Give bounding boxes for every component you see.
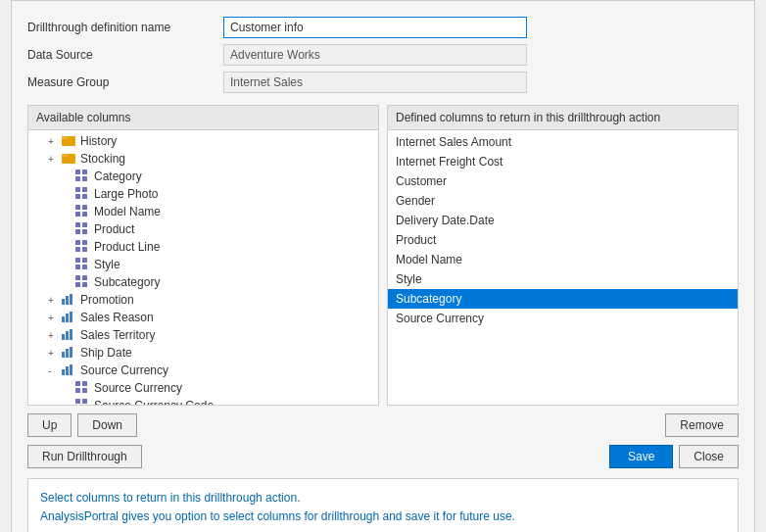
chart-icon-sourcecurrency bbox=[62, 363, 77, 377]
expand-shipdate[interactable]: + bbox=[48, 348, 62, 359]
svg-rect-25 bbox=[82, 258, 87, 263]
info-line1: Select columns to return in this drillth… bbox=[40, 489, 726, 508]
list-item-customer[interactable]: Customer bbox=[388, 171, 738, 191]
svg-rect-32 bbox=[62, 299, 65, 305]
defined-columns-list[interactable]: Internet Sales Amount Internet Freight C… bbox=[388, 130, 738, 405]
svg-rect-39 bbox=[66, 331, 69, 340]
expand-product bbox=[62, 224, 75, 235]
svg-rect-27 bbox=[82, 265, 87, 269]
expand-largephoto bbox=[62, 189, 75, 200]
svg-rect-14 bbox=[75, 212, 80, 217]
svg-rect-5 bbox=[82, 169, 87, 174]
close-button[interactable]: Close bbox=[679, 445, 739, 468]
expand-history[interactable]: + bbox=[48, 136, 62, 147]
svg-rect-6 bbox=[75, 176, 80, 181]
svg-rect-15 bbox=[82, 212, 87, 217]
expand-stocking[interactable]: + bbox=[48, 154, 62, 165]
svg-rect-26 bbox=[75, 265, 80, 269]
tree-label-salesterritory: Sales Territory bbox=[80, 328, 155, 342]
expand-category bbox=[62, 171, 75, 182]
tree-item-sourcecurrency-child[interactable]: Source Currency bbox=[28, 379, 378, 397]
tree-item-promotion[interactable]: + Promotion bbox=[28, 291, 378, 309]
tree-item-stocking[interactable]: + Stocking bbox=[28, 150, 378, 168]
tree-item-category[interactable]: Category bbox=[28, 168, 378, 185]
svg-rect-18 bbox=[75, 229, 80, 234]
folder-icon-stocking bbox=[62, 152, 77, 166]
expand-subcategory bbox=[62, 277, 75, 288]
chart-icon-shipdate bbox=[62, 346, 77, 360]
tree-item-shipdate[interactable]: + Ship Date bbox=[28, 344, 378, 362]
list-item-sourcecurrency[interactable]: Source Currency bbox=[388, 309, 738, 328]
svg-rect-33 bbox=[66, 296, 69, 305]
list-item-internetfreightcost[interactable]: Internet Freight Cost bbox=[388, 152, 738, 171]
svg-rect-19 bbox=[82, 229, 87, 234]
svg-rect-51 bbox=[75, 399, 80, 404]
tree-item-sourcecurrency-parent[interactable]: - Source Currency bbox=[28, 362, 378, 379]
svg-rect-38 bbox=[62, 334, 65, 340]
svg-rect-12 bbox=[75, 205, 80, 210]
name-input[interactable] bbox=[223, 17, 527, 38]
grid-icon-style bbox=[75, 258, 91, 271]
action-buttons: Remove bbox=[665, 413, 739, 437]
tree-label-modelname: Model Name bbox=[94, 205, 161, 218]
tree-item-salesreason[interactable]: + Sales Reason bbox=[28, 309, 378, 326]
svg-rect-37 bbox=[70, 312, 72, 322]
tree-item-salesterritory[interactable]: + Sales Territory bbox=[28, 326, 378, 344]
svg-rect-11 bbox=[82, 194, 87, 199]
svg-rect-13 bbox=[82, 205, 87, 210]
tree-item-subcategory[interactable]: Subcategory bbox=[28, 273, 378, 291]
tree-item-productline[interactable]: Product Line bbox=[28, 238, 378, 256]
tree-label-sourcecurrency-child: Source Currency bbox=[94, 381, 182, 395]
svg-rect-30 bbox=[75, 282, 80, 287]
tree-label-shipdate: Ship Date bbox=[80, 346, 132, 360]
down-button[interactable]: Down bbox=[77, 413, 137, 437]
svg-rect-29 bbox=[82, 275, 87, 280]
expand-salesreason[interactable]: + bbox=[48, 313, 62, 323]
list-item-modelname[interactable]: Model Name bbox=[388, 250, 738, 269]
tree-item-style[interactable]: Style bbox=[28, 256, 378, 273]
tree-label-history: History bbox=[80, 134, 117, 148]
svg-rect-42 bbox=[66, 349, 69, 358]
svg-rect-20 bbox=[75, 240, 80, 245]
list-item-internetsalesamount[interactable]: Internet Sales Amount bbox=[388, 132, 738, 152]
expand-sourcecurrency[interactable]: - bbox=[48, 365, 62, 376]
save-button[interactable]: Save bbox=[609, 445, 673, 468]
svg-rect-40 bbox=[70, 329, 72, 340]
tree-item-largephoto[interactable]: Large Photo bbox=[28, 185, 378, 203]
grid-icon-product bbox=[75, 222, 91, 236]
available-columns-panel: Available columns + History + Stocki bbox=[27, 105, 379, 406]
datasource-row: Data Source Adventure Works bbox=[27, 44, 739, 66]
list-item-style[interactable]: Style bbox=[388, 269, 738, 289]
tree-item-product[interactable]: Product bbox=[28, 220, 378, 238]
svg-rect-9 bbox=[82, 187, 87, 192]
svg-rect-17 bbox=[82, 222, 87, 227]
tree-item-modelname[interactable]: Model Name bbox=[28, 203, 378, 220]
grid-icon-largephoto bbox=[75, 187, 91, 201]
expand-salesterritory[interactable]: + bbox=[48, 330, 62, 341]
chart-icon-salesreason bbox=[62, 311, 77, 324]
expand-promotion[interactable]: + bbox=[48, 295, 62, 306]
list-item-product[interactable]: Product bbox=[388, 230, 738, 250]
expand-sourcecurrency-child bbox=[62, 383, 75, 394]
tree-label-stocking: Stocking bbox=[80, 152, 125, 166]
columns-section: Available columns + History + Stocki bbox=[27, 105, 739, 406]
run-drillthrough-button[interactable]: Run Drillthrough bbox=[27, 445, 142, 468]
info-line2: AnalysisPortral gives you option to sele… bbox=[40, 508, 726, 526]
list-item-subcategory[interactable]: Subcategory bbox=[388, 289, 738, 309]
list-item-deliverydate[interactable]: Delivery Date.Date bbox=[388, 211, 738, 230]
expand-modelname bbox=[62, 207, 75, 218]
list-item-gender[interactable]: Gender bbox=[388, 191, 738, 211]
grid-icon-productline bbox=[75, 240, 91, 254]
measure-value: Internet Sales bbox=[223, 72, 527, 93]
tree-item-history[interactable]: + History bbox=[28, 132, 378, 150]
up-button[interactable]: Up bbox=[27, 413, 72, 437]
svg-rect-35 bbox=[62, 316, 65, 322]
svg-rect-41 bbox=[62, 352, 65, 358]
name-label: Drillthrough definition name bbox=[27, 21, 223, 34]
svg-rect-34 bbox=[70, 294, 72, 305]
available-columns-list[interactable]: + History + Stocking bbox=[28, 130, 378, 405]
chart-icon-promotion bbox=[62, 293, 77, 307]
remove-button[interactable]: Remove bbox=[665, 413, 739, 437]
tree-item-sourcecurrencycode[interactable]: Source Currency Code bbox=[28, 397, 378, 405]
tree-label-sourcecurrencycode: Source Currency Code bbox=[94, 399, 214, 405]
